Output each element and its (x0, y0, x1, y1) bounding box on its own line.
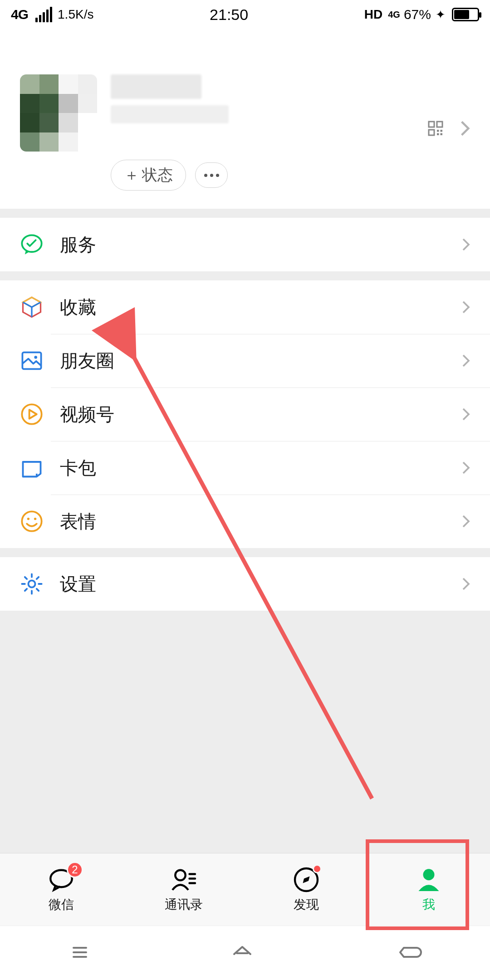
svg-point-11 (22, 511, 41, 531)
battery-percent: 67% (404, 7, 431, 22)
qr-code-icon[interactable] (427, 120, 444, 137)
profile-id-redacted (111, 105, 229, 123)
svg-rect-5 (437, 133, 439, 136)
tab-label: 通讯录 (165, 896, 203, 913)
svg-point-9 (34, 356, 37, 359)
services-icon (20, 233, 44, 256)
discover-icon (293, 866, 320, 893)
svg-rect-3 (437, 130, 439, 132)
tab-contacts[interactable]: 通讯录 (122, 853, 245, 926)
moments-icon (20, 349, 44, 372)
svg-rect-1 (437, 122, 442, 127)
plus-icon: ＋ (124, 165, 139, 186)
status-button-label: 状态 (142, 165, 173, 186)
svg-point-14 (28, 580, 35, 587)
me-icon (415, 866, 442, 893)
svg-point-13 (34, 518, 36, 520)
chevron-right-icon (462, 461, 470, 475)
chevron-right-icon (462, 237, 470, 252)
menu-item-cards[interactable]: 卡包 (0, 441, 490, 495)
back-button[interactable] (391, 941, 424, 965)
svg-rect-2 (429, 130, 434, 135)
menu-item-stickers[interactable]: 表情 (0, 495, 490, 548)
menu-label: 表情 (60, 509, 462, 534)
more-button[interactable] (195, 162, 228, 188)
menu-label: 卡包 (60, 456, 462, 480)
cards-icon (20, 456, 44, 480)
battery-icon (452, 8, 479, 21)
settings-icon (20, 572, 44, 596)
status-button[interactable]: ＋ 状态 (111, 160, 186, 191)
svg-point-10 (22, 404, 41, 424)
tab-label: 微信 (49, 896, 74, 913)
menu-item-channels[interactable]: 视频号 (0, 387, 490, 441)
tab-discover[interactable]: 发现 (245, 853, 368, 926)
tab-label: 我 (422, 896, 435, 913)
status-right: HD 4G 67% ✦ (364, 7, 479, 22)
contacts-icon (170, 866, 197, 893)
svg-point-12 (27, 518, 29, 520)
stickers-icon (20, 510, 44, 533)
menu-label: 设置 (60, 572, 462, 597)
menu-item-favorites[interactable]: 收藏 (0, 280, 490, 334)
charging-icon: ✦ (436, 8, 446, 22)
svg-point-18 (423, 869, 435, 880)
profile-card[interactable]: ＋ 状态 (0, 29, 490, 209)
chevron-right-icon (462, 577, 470, 591)
tab-label: 发现 (294, 896, 319, 913)
channels-icon (20, 402, 44, 426)
menu-item-moments[interactable]: 朋友圈 (0, 334, 490, 387)
status-time: 21:50 (210, 6, 248, 24)
favorites-icon (20, 295, 44, 319)
chevron-right-icon (460, 120, 470, 137)
svg-rect-4 (441, 130, 443, 132)
tab-bar: 2 微信 通讯录 发现 (0, 853, 490, 926)
svg-point-16 (175, 870, 186, 880)
network-type: 4G (11, 7, 28, 22)
chevron-right-icon (462, 407, 470, 421)
avatar[interactable] (20, 74, 97, 152)
system-nav-bar (0, 926, 490, 980)
tab-me[interactable]: 我 (368, 853, 490, 926)
recent-apps-button[interactable] (66, 941, 93, 965)
tab-wechat[interactable]: 2 微信 (0, 853, 122, 926)
menu-label: 收藏 (60, 295, 462, 320)
status-left: 4G 1.5K/s (11, 7, 93, 22)
chevron-right-icon (462, 514, 470, 529)
svg-rect-0 (429, 122, 434, 127)
profile-name-redacted (111, 74, 201, 99)
network-speed: 1.5K/s (58, 7, 93, 22)
svg-rect-6 (441, 133, 443, 136)
chat-icon: 2 (48, 866, 75, 893)
badge-count: 2 (67, 862, 83, 878)
menu-item-services[interactable]: 服务 (0, 218, 490, 271)
home-button[interactable] (226, 941, 259, 965)
menu-label: 朋友圈 (60, 348, 462, 373)
menu-item-settings[interactable]: 设置 (0, 557, 490, 611)
signal-icon (35, 7, 52, 22)
hd-icon: HD (364, 7, 382, 22)
menu-label: 视频号 (60, 402, 462, 427)
chevron-right-icon (462, 353, 470, 368)
chevron-right-icon (462, 300, 470, 314)
network-type-2: 4G (388, 10, 400, 20)
profile-info (97, 74, 470, 123)
notification-dot (313, 864, 322, 873)
menu-label: 服务 (60, 232, 462, 257)
status-bar: 4G 1.5K/s 21:50 HD 4G 67% ✦ (0, 0, 490, 29)
